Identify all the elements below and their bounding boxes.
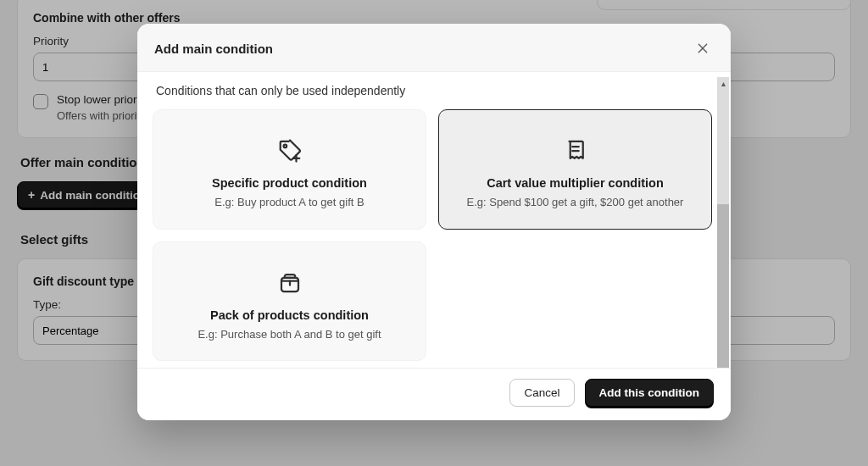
option-title: Cart value multiplier condition [458,176,693,190]
add-condition-modal: Add main condition Conditions that can o… [137,24,731,420]
option-example: E.g: Spend $100 get a gift, $200 get ano… [458,195,693,210]
modal-title: Add main condition [154,42,273,56]
option-pack-products[interactable]: Pack of products condition E.g: Purchase… [153,241,426,362]
box-icon [172,266,407,300]
option-example: E.g: Purchase both A and B to get gift [172,327,407,342]
add-this-condition-button[interactable]: Add this condition [585,379,714,407]
option-title: Pack of products condition [172,308,407,322]
tag-plus-icon [172,134,407,168]
close-icon[interactable] [692,37,714,59]
cancel-button[interactable]: Cancel [509,379,574,407]
scrollbar-thumb[interactable] [717,204,729,368]
option-specific-product[interactable]: Specific product condition E.g: Buy prod… [153,109,426,230]
modal-overlay: Add main condition Conditions that can o… [0,0,868,466]
modal-subtitle: Conditions that can only be used indepen… [156,84,712,97]
scroll-up-icon[interactable]: ▴ [717,77,729,89]
option-cart-multiplier[interactable]: Cart value multiplier condition E.g: Spe… [438,109,712,230]
svg-point-2 [283,145,287,148]
option-title: Specific product condition [172,176,407,190]
scrollbar[interactable]: ▴ ▾ [717,77,729,363]
option-example: E.g: Buy product A to get gift B [172,195,407,210]
receipt-icon [458,134,693,168]
